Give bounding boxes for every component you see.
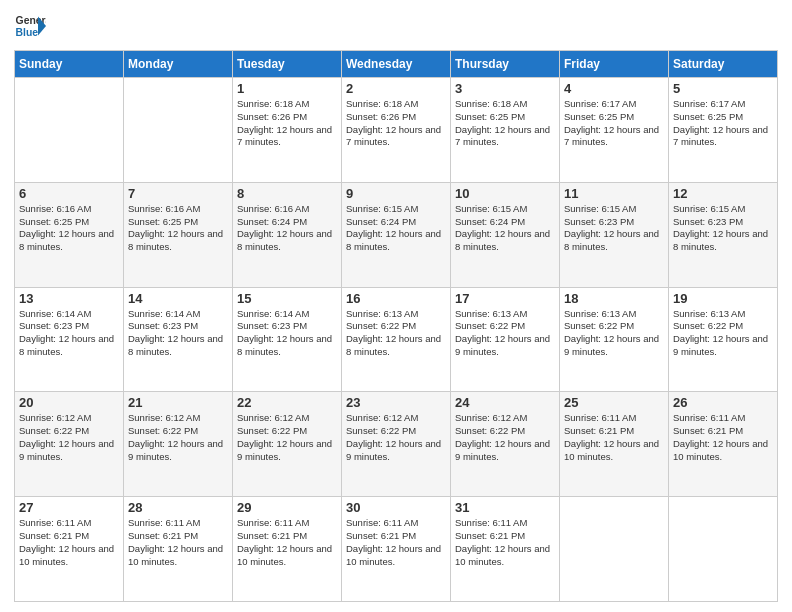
day-number: 2 <box>346 81 446 96</box>
day-info: Sunrise: 6:11 AM Sunset: 6:21 PM Dayligh… <box>673 412 773 463</box>
day-number: 17 <box>455 291 555 306</box>
day-number: 9 <box>346 186 446 201</box>
day-number: 18 <box>564 291 664 306</box>
calendar-cell: 30Sunrise: 6:11 AM Sunset: 6:21 PM Dayli… <box>342 497 451 602</box>
header: General Blue <box>14 10 778 42</box>
day-info: Sunrise: 6:16 AM Sunset: 6:24 PM Dayligh… <box>237 203 337 254</box>
page: General Blue SundayMondayTuesdayWednesda… <box>0 0 792 612</box>
calendar-cell: 1Sunrise: 6:18 AM Sunset: 6:26 PM Daylig… <box>233 78 342 183</box>
weekday-header-friday: Friday <box>560 51 669 78</box>
calendar-cell: 23Sunrise: 6:12 AM Sunset: 6:22 PM Dayli… <box>342 392 451 497</box>
calendar-cell: 5Sunrise: 6:17 AM Sunset: 6:25 PM Daylig… <box>669 78 778 183</box>
weekday-header-wednesday: Wednesday <box>342 51 451 78</box>
day-info: Sunrise: 6:11 AM Sunset: 6:21 PM Dayligh… <box>455 517 555 568</box>
day-info: Sunrise: 6:15 AM Sunset: 6:24 PM Dayligh… <box>346 203 446 254</box>
day-info: Sunrise: 6:16 AM Sunset: 6:25 PM Dayligh… <box>128 203 228 254</box>
calendar-cell: 12Sunrise: 6:15 AM Sunset: 6:23 PM Dayli… <box>669 182 778 287</box>
calendar-cell: 3Sunrise: 6:18 AM Sunset: 6:25 PM Daylig… <box>451 78 560 183</box>
calendar-cell: 13Sunrise: 6:14 AM Sunset: 6:23 PM Dayli… <box>15 287 124 392</box>
day-number: 4 <box>564 81 664 96</box>
day-number: 28 <box>128 500 228 515</box>
weekday-header-sunday: Sunday <box>15 51 124 78</box>
day-info: Sunrise: 6:13 AM Sunset: 6:22 PM Dayligh… <box>673 308 773 359</box>
day-number: 6 <box>19 186 119 201</box>
day-info: Sunrise: 6:11 AM Sunset: 6:21 PM Dayligh… <box>346 517 446 568</box>
day-info: Sunrise: 6:12 AM Sunset: 6:22 PM Dayligh… <box>455 412 555 463</box>
day-number: 5 <box>673 81 773 96</box>
week-row-1: 6Sunrise: 6:16 AM Sunset: 6:25 PM Daylig… <box>15 182 778 287</box>
week-row-2: 13Sunrise: 6:14 AM Sunset: 6:23 PM Dayli… <box>15 287 778 392</box>
calendar-cell: 29Sunrise: 6:11 AM Sunset: 6:21 PM Dayli… <box>233 497 342 602</box>
calendar-cell: 4Sunrise: 6:17 AM Sunset: 6:25 PM Daylig… <box>560 78 669 183</box>
day-number: 14 <box>128 291 228 306</box>
calendar-cell: 2Sunrise: 6:18 AM Sunset: 6:26 PM Daylig… <box>342 78 451 183</box>
calendar-cell: 7Sunrise: 6:16 AM Sunset: 6:25 PM Daylig… <box>124 182 233 287</box>
day-info: Sunrise: 6:11 AM Sunset: 6:21 PM Dayligh… <box>564 412 664 463</box>
day-number: 21 <box>128 395 228 410</box>
week-row-0: 1Sunrise: 6:18 AM Sunset: 6:26 PM Daylig… <box>15 78 778 183</box>
week-row-4: 27Sunrise: 6:11 AM Sunset: 6:21 PM Dayli… <box>15 497 778 602</box>
day-info: Sunrise: 6:15 AM Sunset: 6:23 PM Dayligh… <box>564 203 664 254</box>
calendar-cell: 26Sunrise: 6:11 AM Sunset: 6:21 PM Dayli… <box>669 392 778 497</box>
day-info: Sunrise: 6:11 AM Sunset: 6:21 PM Dayligh… <box>237 517 337 568</box>
day-number: 29 <box>237 500 337 515</box>
calendar-cell: 17Sunrise: 6:13 AM Sunset: 6:22 PM Dayli… <box>451 287 560 392</box>
calendar-cell: 22Sunrise: 6:12 AM Sunset: 6:22 PM Dayli… <box>233 392 342 497</box>
day-number: 8 <box>237 186 337 201</box>
calendar-cell: 21Sunrise: 6:12 AM Sunset: 6:22 PM Dayli… <box>124 392 233 497</box>
day-info: Sunrise: 6:18 AM Sunset: 6:26 PM Dayligh… <box>237 98 337 149</box>
day-number: 10 <box>455 186 555 201</box>
calendar-cell: 10Sunrise: 6:15 AM Sunset: 6:24 PM Dayli… <box>451 182 560 287</box>
calendar-cell: 8Sunrise: 6:16 AM Sunset: 6:24 PM Daylig… <box>233 182 342 287</box>
day-number: 27 <box>19 500 119 515</box>
day-number: 24 <box>455 395 555 410</box>
day-info: Sunrise: 6:12 AM Sunset: 6:22 PM Dayligh… <box>237 412 337 463</box>
svg-text:Blue: Blue <box>16 27 39 38</box>
day-info: Sunrise: 6:15 AM Sunset: 6:24 PM Dayligh… <box>455 203 555 254</box>
weekday-header-monday: Monday <box>124 51 233 78</box>
day-info: Sunrise: 6:12 AM Sunset: 6:22 PM Dayligh… <box>19 412 119 463</box>
day-info: Sunrise: 6:13 AM Sunset: 6:22 PM Dayligh… <box>564 308 664 359</box>
calendar-cell <box>560 497 669 602</box>
day-info: Sunrise: 6:17 AM Sunset: 6:25 PM Dayligh… <box>564 98 664 149</box>
logo-icon: General Blue <box>14 10 46 42</box>
calendar-cell: 28Sunrise: 6:11 AM Sunset: 6:21 PM Dayli… <box>124 497 233 602</box>
day-number: 23 <box>346 395 446 410</box>
weekday-header-tuesday: Tuesday <box>233 51 342 78</box>
calendar-cell: 24Sunrise: 6:12 AM Sunset: 6:22 PM Dayli… <box>451 392 560 497</box>
calendar-cell: 16Sunrise: 6:13 AM Sunset: 6:22 PM Dayli… <box>342 287 451 392</box>
day-number: 19 <box>673 291 773 306</box>
calendar-cell: 19Sunrise: 6:13 AM Sunset: 6:22 PM Dayli… <box>669 287 778 392</box>
day-info: Sunrise: 6:18 AM Sunset: 6:25 PM Dayligh… <box>455 98 555 149</box>
day-number: 1 <box>237 81 337 96</box>
day-number: 16 <box>346 291 446 306</box>
weekday-header-row: SundayMondayTuesdayWednesdayThursdayFrid… <box>15 51 778 78</box>
calendar-cell <box>669 497 778 602</box>
day-number: 15 <box>237 291 337 306</box>
day-info: Sunrise: 6:12 AM Sunset: 6:22 PM Dayligh… <box>128 412 228 463</box>
calendar-cell: 20Sunrise: 6:12 AM Sunset: 6:22 PM Dayli… <box>15 392 124 497</box>
day-number: 30 <box>346 500 446 515</box>
calendar-cell: 27Sunrise: 6:11 AM Sunset: 6:21 PM Dayli… <box>15 497 124 602</box>
day-number: 3 <box>455 81 555 96</box>
day-info: Sunrise: 6:16 AM Sunset: 6:25 PM Dayligh… <box>19 203 119 254</box>
calendar-cell: 6Sunrise: 6:16 AM Sunset: 6:25 PM Daylig… <box>15 182 124 287</box>
day-info: Sunrise: 6:17 AM Sunset: 6:25 PM Dayligh… <box>673 98 773 149</box>
calendar-cell: 31Sunrise: 6:11 AM Sunset: 6:21 PM Dayli… <box>451 497 560 602</box>
day-info: Sunrise: 6:11 AM Sunset: 6:21 PM Dayligh… <box>128 517 228 568</box>
day-number: 22 <box>237 395 337 410</box>
day-info: Sunrise: 6:12 AM Sunset: 6:22 PM Dayligh… <box>346 412 446 463</box>
calendar-cell: 9Sunrise: 6:15 AM Sunset: 6:24 PM Daylig… <box>342 182 451 287</box>
calendar-cell: 18Sunrise: 6:13 AM Sunset: 6:22 PM Dayli… <box>560 287 669 392</box>
day-number: 12 <box>673 186 773 201</box>
calendar-cell: 14Sunrise: 6:14 AM Sunset: 6:23 PM Dayli… <box>124 287 233 392</box>
day-info: Sunrise: 6:11 AM Sunset: 6:21 PM Dayligh… <box>19 517 119 568</box>
day-number: 13 <box>19 291 119 306</box>
day-number: 25 <box>564 395 664 410</box>
logo: General Blue <box>14 10 46 42</box>
calendar-cell <box>15 78 124 183</box>
day-info: Sunrise: 6:14 AM Sunset: 6:23 PM Dayligh… <box>128 308 228 359</box>
day-info: Sunrise: 6:13 AM Sunset: 6:22 PM Dayligh… <box>455 308 555 359</box>
day-number: 26 <box>673 395 773 410</box>
day-info: Sunrise: 6:13 AM Sunset: 6:22 PM Dayligh… <box>346 308 446 359</box>
